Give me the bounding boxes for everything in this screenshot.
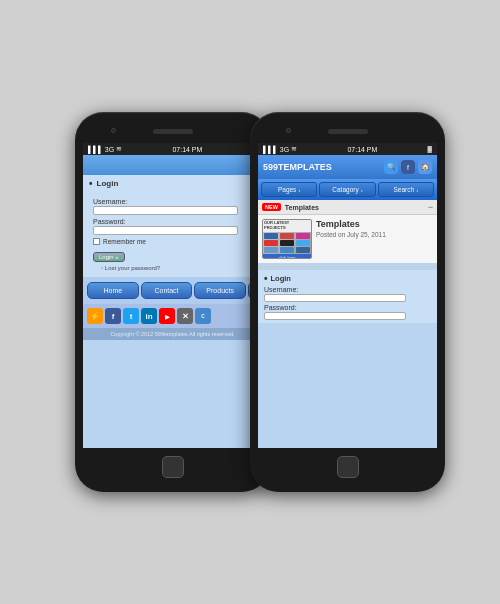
phone2-nav-pages[interactable]: Pages › <box>261 182 317 197</box>
phone2-username-input[interactable] <box>264 294 406 302</box>
phone1-login-button[interactable]: Login » <box>93 252 125 262</box>
phone2-thumb-block9 <box>296 247 310 253</box>
phone1-remember-row: Remember me <box>93 238 254 245</box>
phone2-new-section-label: Templates <box>285 204 424 211</box>
phone1-time: 07:14 PM <box>172 146 202 153</box>
phone2-thumbnail[interactable]: OUR LATEST PROJECTS <box>262 219 312 259</box>
phone2-thumb-block8 <box>296 240 310 246</box>
phone1-remember-label: Remember me <box>103 238 146 245</box>
phone2-nav-pages-arrow: › <box>298 187 300 193</box>
phone2-thumb-block5 <box>280 240 294 246</box>
phone2-top-bar <box>258 122 437 140</box>
phone1-nav-home[interactable]: Home <box>87 282 139 299</box>
phone2-status-bar: ▌▌▌ 3G ≋ 07:14 PM ▓ <box>258 143 437 155</box>
phone2-thumb-col3 <box>295 232 311 254</box>
phone1-lost-password[interactable]: ◦ Lost your password? <box>101 265 254 271</box>
phone2-thumb-block3 <box>264 247 278 253</box>
phone2-speaker <box>328 129 368 134</box>
phone2-new-badge: NEW <box>262 203 281 211</box>
phone2-text-area: Templates Posted on July 25, 2011 <box>316 219 433 259</box>
phone1-login-area: Username: Password: Remember me Login » … <box>83 192 262 277</box>
phone2-thumb-col1 <box>263 232 279 254</box>
phone1-login-section: • Login <box>83 175 262 192</box>
phone1-rss-icon[interactable]: ⚡ <box>87 308 103 324</box>
phone2-password-label: Password: <box>264 304 431 311</box>
phone2-header-icons: 🔍 f 🏠 <box>384 160 432 174</box>
phone1-bullet: • <box>89 178 93 189</box>
phone2-home-button[interactable] <box>337 456 359 478</box>
phone2-login-title: Login <box>271 274 291 283</box>
phone2-thumb-block7 <box>296 233 310 239</box>
phone2-signal-text: ▌▌▌ 3G <box>263 146 289 153</box>
phone2-minimize-button[interactable]: − <box>428 202 433 212</box>
phone2-nav-category-label: Catagory <box>332 186 358 193</box>
phone1-password-input[interactable] <box>93 226 238 235</box>
phone2-battery-icon: ▓ <box>428 146 432 152</box>
phone1-password-label: Password: <box>93 218 254 225</box>
phone2-thumb-block2 <box>264 240 278 246</box>
phone2-nav-category[interactable]: Catagory › <box>319 182 375 197</box>
phone1-username-input[interactable] <box>93 206 238 215</box>
phone2-username-label: Username: <box>264 286 431 293</box>
phone2-camera <box>286 128 291 133</box>
phone1-linkedin-icon[interactable]: in <box>141 308 157 324</box>
phone1-speaker <box>153 129 193 134</box>
phone1-bottom <box>162 452 184 482</box>
phone2-login-title-row: • Login <box>264 273 431 284</box>
phone2-signal: ▌▌▌ 3G ≋ <box>263 145 297 153</box>
phone1-facebook-icon[interactable]: f <box>105 308 121 324</box>
phone2-nav-search-arrow: › <box>416 187 418 193</box>
phone1-screen: ▌▌▌ 3G ≋ 07:14 PM ▓ • Login Username: Pa… <box>83 143 262 448</box>
phone2-thumb-block1 <box>264 233 278 239</box>
phone2-nav-pages-label: Pages <box>278 186 296 193</box>
phone2-thumb-block4 <box>280 233 294 239</box>
phone2-templates-title: Templates <box>316 219 433 229</box>
phone1-wifi-icon: ≋ <box>116 145 122 153</box>
phone2-search-header-icon[interactable]: 🔍 <box>384 160 398 174</box>
phone1-top-bar <box>83 122 262 140</box>
phone2-password-input[interactable] <box>264 312 406 320</box>
phone2-bottom <box>337 452 359 482</box>
phone1-nav: Home Contact Products › <box>83 277 262 304</box>
phone1-youtube-icon[interactable]: ▶ <box>159 308 175 324</box>
phone2-thumb-col2 <box>279 232 295 254</box>
phone2-facebook-header-icon[interactable]: f <box>401 160 415 174</box>
phone2-thumb-cta[interactable]: click here <box>263 254 311 259</box>
phone1-social-bar: ⚡ f t in ▶ ✕ C <box>83 304 262 328</box>
phone2-thumb-block6 <box>280 247 294 253</box>
phone1-nav-contact[interactable]: Contact <box>141 282 193 299</box>
phone-1: ▌▌▌ 3G ≋ 07:14 PM ▓ • Login Username: Pa… <box>75 112 270 492</box>
phone2-nav-search-label: Search <box>394 186 415 193</box>
phone2-content-area: OUR LATEST PROJECTS <box>258 215 437 263</box>
phone1-camera <box>111 128 116 133</box>
phone1-remember-checkbox[interactable] <box>93 238 100 245</box>
phone1-status-bar: ▌▌▌ 3G ≋ 07:14 PM ▓ <box>83 143 262 155</box>
phone1-nav-products[interactable]: Products <box>194 282 246 299</box>
phone1-footer: Copyright © 2012 599templates All rights… <box>83 328 262 340</box>
phone1-signal-text: ▌▌▌ 3G <box>88 146 114 153</box>
phone1-username-label: Username: <box>93 198 254 205</box>
phone2-screen: ▌▌▌ 3G ≋ 07:14 PM ▓ 599TEMPLATES 🔍 f 🏠 P… <box>258 143 437 448</box>
phone1-home-button[interactable] <box>162 456 184 478</box>
phone2-home-header-icon[interactable]: 🏠 <box>418 160 432 174</box>
phone-2: ▌▌▌ 3G ≋ 07:14 PM ▓ 599TEMPLATES 🔍 f 🏠 P… <box>250 112 445 492</box>
phone1-login-title: Login <box>97 179 119 188</box>
phone1-extra-icon[interactable]: C <box>195 308 211 324</box>
phone2-templates-date: Posted on July 25, 2011 <box>316 231 433 238</box>
phone2-time: 07:14 PM <box>347 146 377 153</box>
phone2-brand: 599TEMPLATES <box>263 162 332 172</box>
phone1-signal: ▌▌▌ 3G ≋ <box>88 145 122 153</box>
phone2-nav-search[interactable]: Search › <box>378 182 434 197</box>
phone1-twitter-icon[interactable]: t <box>123 308 139 324</box>
phone2-login-section: • Login Username: Password: <box>258 270 437 323</box>
phones-container: ▌▌▌ 3G ≋ 07:14 PM ▓ • Login Username: Pa… <box>75 112 445 492</box>
phone2-login-bullet: • <box>264 273 268 284</box>
phone2-thumb-inner <box>263 232 311 254</box>
phone1-x-icon[interactable]: ✕ <box>177 308 193 324</box>
phone2-new-section: NEW Templates − <box>258 200 437 215</box>
phone2-nav: Pages › Catagory › Search › <box>258 179 437 200</box>
phone2-header: 599TEMPLATES 🔍 f 🏠 <box>258 155 437 179</box>
phone2-wifi-icon: ≋ <box>291 145 297 153</box>
phone2-thumb-label: OUR LATEST PROJECTS <box>263 220 311 232</box>
phone2-divider <box>258 266 437 267</box>
